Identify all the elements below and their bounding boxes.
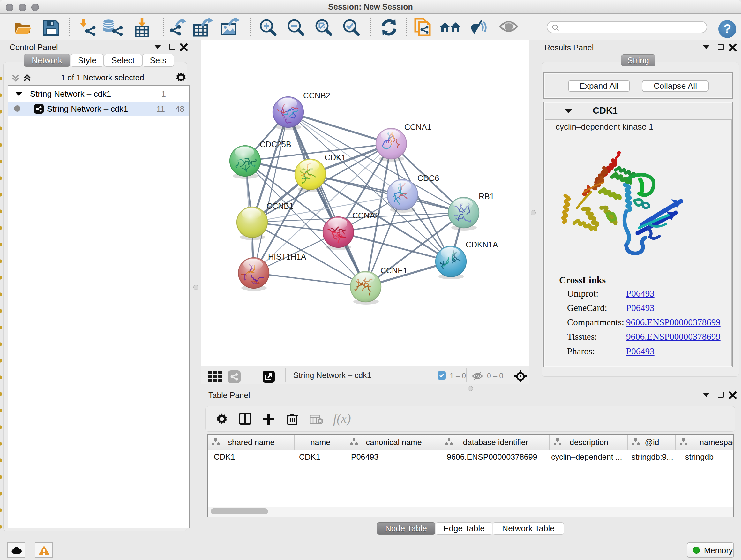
- svg-text:CCNA2: CCNA2: [352, 211, 380, 220]
- svg-text:CCNB2: CCNB2: [303, 91, 330, 100]
- svg-text:CDC6: CDC6: [417, 174, 439, 183]
- svg-text:RB1: RB1: [479, 192, 494, 201]
- svg-text:CDKN1A: CDKN1A: [466, 240, 498, 249]
- svg-text:CCNA1: CCNA1: [404, 123, 431, 132]
- svg-text:CCNB1: CCNB1: [266, 201, 293, 210]
- svg-text:CCNE1: CCNE1: [381, 266, 408, 275]
- svg-text:HIST1H1A: HIST1H1A: [268, 252, 307, 261]
- svg-text:CDK1: CDK1: [325, 153, 346, 162]
- svg-text:CDC25B: CDC25B: [260, 140, 291, 149]
